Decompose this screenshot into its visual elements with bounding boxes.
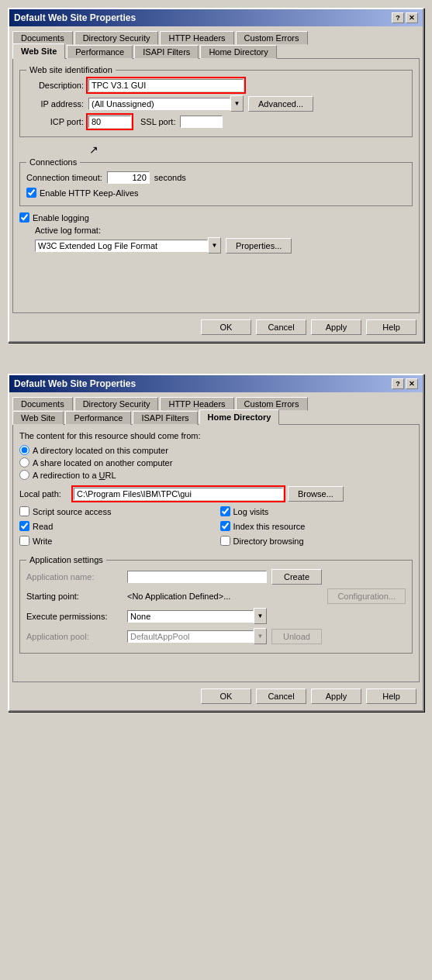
dir-browsing-checkbox[interactable] [220,536,230,546]
tabs-row-2b: Web Site Performance ISAPI Filters Home … [9,409,423,424]
tcp-port-row: ICP port: SSL port: [26,116,406,128]
enable-logging-checkbox[interactable] [19,212,29,223]
timeout-label: Connection timeout: [26,173,107,182]
tabs-row-2: Documents Directory Security HTTP Header… [9,392,423,410]
write-checkbox[interactable] [19,536,29,546]
title-bar-1: Default Web Site Properties ? ✕ [9,9,423,26]
tab-directory-security-2[interactable]: Directory Security [74,397,159,411]
execute-arrow[interactable]: ▼ [254,608,267,624]
ok-button-1[interactable]: OK [201,319,251,335]
log-visits-checkbox[interactable] [220,506,230,516]
local-path-label: Local path: [19,489,74,499]
radio-share: A share located on another computer [19,457,413,468]
configuration-button: Configuration... [327,588,406,604]
bottom-buttons-1: OK Cancel Apply Help [9,313,423,341]
cursor-icon: ↗ [89,143,98,156]
advanced-button[interactable]: Advanced... [248,96,313,112]
tab-directory-security-1[interactable]: Directory Security [74,31,159,45]
help-button-1[interactable]: Help [366,319,416,335]
timeout-input[interactable] [107,171,150,184]
dialog2-title: Default Web Site Properties [14,378,136,389]
tab-home-directory-1[interactable]: Home Directory [200,45,276,59]
tab-performance-1[interactable]: Performance [67,45,133,59]
tabs-row-1b: Web Site Performance ISAPI Filters Home … [9,43,423,58]
web-site-legend: Web site identification [26,65,116,74]
create-button[interactable]: Create [271,569,322,585]
log-format-area: Active log format: ▼ Properties... [19,226,413,254]
app-name-input[interactable] [127,571,267,583]
logging-section: Enable logging Active log format: ▼ Prop… [19,212,413,254]
description-label: Description: [26,81,88,90]
dialog1: Default Web Site Properties ? ✕ Document… [8,8,424,343]
close-title-btn-1[interactable]: ✕ [406,12,418,23]
help-title-btn-2[interactable]: ? [392,378,404,389]
script-source-access-row: Script source access [19,506,213,516]
ip-input[interactable] [88,98,230,110]
radio-redirect-input[interactable] [19,470,29,480]
browse-button[interactable]: Browse... [288,486,344,502]
help-title-btn-1[interactable]: ? [392,12,404,23]
keep-alives-row: Enable HTTP Keep-Alives [26,188,406,198]
content-source-section: The content for this resource should com… [19,431,413,480]
keep-alives-label: Enable HTTP Keep-Alives [40,188,139,198]
tabs-row-1: Documents Directory Security HTTP Header… [9,26,423,44]
log-format-arrow[interactable]: ▼ [208,237,221,254]
enable-logging-label: Enable logging [33,213,89,223]
title-bar-buttons-2: ? ✕ [392,378,418,389]
log-visits-row: Log visits [220,506,413,516]
timeout-unit: seconds [154,173,186,182]
read-checkbox[interactable] [19,521,29,531]
local-path-input[interactable] [74,488,283,500]
help-button-2[interactable]: Help [366,688,416,704]
tab-isapi-filters-2[interactable]: ISAPI Filters [133,411,197,425]
web-site-identification-section: Web site identification Description: IP … [19,65,413,137]
apply-button-2[interactable]: Apply [311,688,361,704]
radio-share-input[interactable] [19,457,29,468]
tab-web-site-1[interactable]: Web Site [12,43,65,59]
tab-web-site-2[interactable]: Web Site [12,411,64,425]
write-label: Write [33,537,52,546]
unload-button: Unload [271,629,322,644]
write-row: Write [19,536,213,546]
tab-custom-errors-1[interactable]: Custom Errors [236,31,308,45]
app-pool-select-wrapper: ▼ [127,628,267,644]
starting-point-row: Starting point: <No Application Defined>… [26,588,406,604]
content-source-label: The content for this resource should com… [19,431,413,440]
tab-performance-2[interactable]: Performance [65,411,131,425]
index-resource-checkbox[interactable] [220,521,230,531]
ip-dropdown-arrow[interactable]: ▼ [230,95,244,112]
execute-input[interactable] [127,610,254,623]
description-input[interactable] [88,79,244,91]
ssl-label: SSL port: [140,117,175,126]
keep-alives-checkbox[interactable] [26,188,36,198]
tab-isapi-filters-1[interactable]: ISAPI Filters [134,45,199,59]
properties-button[interactable]: Properties... [226,238,292,254]
tab-home-directory-2[interactable]: Home Directory [199,409,280,425]
spacer-1 [19,260,413,306]
title-bar-buttons-1: ? ✕ [392,12,418,23]
read-label: Read [33,522,53,531]
tab-documents-2[interactable]: Documents [12,397,73,411]
connections-legend: Connections [26,157,80,167]
apply-button-1[interactable]: Apply [311,319,361,335]
cancel-button-1[interactable]: Cancel [256,319,306,335]
cursor-area: ↗ [19,143,413,154]
spacer-2 [19,660,413,675]
description-row: Description: [26,79,406,91]
tab-http-headers-1[interactable]: HTTP Headers [160,31,233,45]
ok-button-2[interactable]: OK [201,688,251,704]
close-title-btn-2[interactable]: ✕ [406,378,418,389]
local-path-row: Local path: Browse... [19,486,413,502]
log-format-input[interactable] [35,240,208,252]
tcp-input[interactable] [88,116,131,128]
radio-redirect: A redirection to a URL [19,470,413,480]
app-pool-row: Application pool: ▼ Unload [26,628,406,644]
app-pool-arrow: ▼ [254,628,267,644]
radio-local-dir-input[interactable] [19,445,29,455]
script-source-checkbox[interactable] [19,506,29,516]
app-settings-section: Application settings Application name: C… [19,555,413,654]
radio-share-label: A share located on another computer [33,458,172,468]
ssl-input[interactable] [180,116,223,128]
cancel-button-2[interactable]: Cancel [256,688,306,704]
tab-content-1: Web site identification Description: IP … [12,58,420,313]
